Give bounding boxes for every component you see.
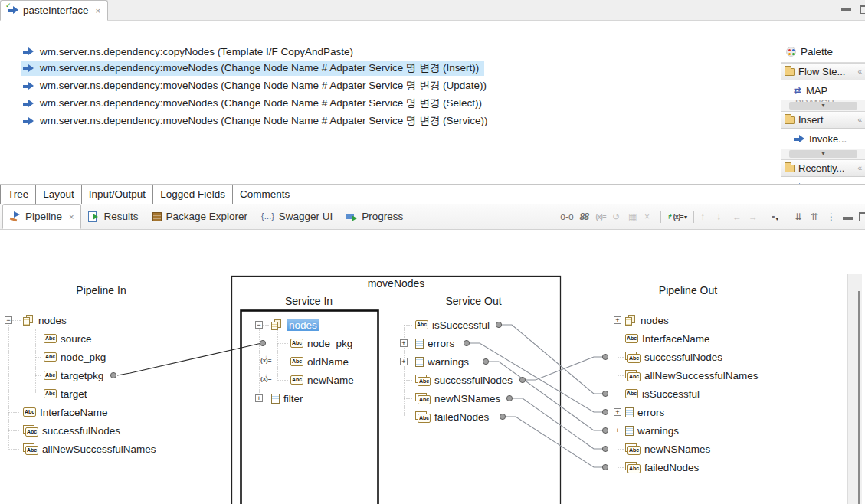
mode-tab-logged-fields[interactable]: Logged Fields bbox=[152, 185, 233, 205]
mapping-dot[interactable] bbox=[602, 427, 608, 433]
palette-overflow-row[interactable]: ▾ bbox=[781, 149, 865, 159]
mapping-dot[interactable] bbox=[602, 354, 608, 359]
mapping-dot[interactable] bbox=[496, 322, 501, 327]
tree-node-target[interactable]: Abctarget bbox=[44, 387, 87, 401]
tree-node-newnsnames[interactable]: AbcnewNSNames bbox=[625, 442, 710, 456]
mode-tab-comments[interactable]: Comments bbox=[232, 185, 297, 205]
tree-node-allnewsuccessfulnames[interactable]: AbcallNewSuccessfulNames bbox=[23, 442, 156, 456]
tree-node-issuccessful[interactable]: AbcisSuccessful bbox=[415, 318, 490, 332]
tree-node-filter[interactable]: filter bbox=[271, 391, 303, 405]
tree-node-errors[interactable]: errors bbox=[415, 336, 454, 350]
mapping-dot[interactable] bbox=[483, 358, 488, 364]
expand-expander-icon[interactable]: + bbox=[614, 408, 621, 416]
tree-node-node-pkg[interactable]: Abcnode_pkg bbox=[44, 350, 106, 364]
mapping-dot[interactable] bbox=[260, 340, 265, 345]
minimize-icon[interactable] bbox=[841, 8, 851, 11]
minimize-icon[interactable] bbox=[843, 217, 853, 220]
tree-node-failednodes[interactable]: AbcfailedNodes bbox=[415, 410, 489, 424]
tree-node-oldname[interactable]: AbcoldName bbox=[290, 355, 349, 368]
expand-expander-icon[interactable]: + bbox=[255, 394, 263, 402]
flow-step-row[interactable]: wm.server.ns.dependency:moveNodes (Chang… bbox=[21, 61, 484, 76]
palette-section-insert[interactable]: Insert« bbox=[781, 111, 865, 129]
mode-tab-layout[interactable]: Layout bbox=[35, 185, 82, 205]
tree-node-issuccessful[interactable]: AbcisSuccessful bbox=[625, 387, 700, 401]
expand-expander-icon[interactable]: + bbox=[400, 358, 408, 365]
mapping-dot[interactable] bbox=[602, 391, 608, 396]
tree-node-nodes[interactable]: nodes bbox=[23, 313, 67, 327]
tree-node-successfulnodes[interactable]: AbcsuccessfulNodes bbox=[415, 373, 513, 387]
mapping-dot[interactable] bbox=[602, 446, 608, 451]
mapping-dot[interactable] bbox=[602, 409, 608, 414]
tree-node-failednodes[interactable]: AbcfailedNodes bbox=[625, 460, 699, 474]
editor-tab-pasteinterface[interactable]: ✓ pasteInterface × bbox=[0, 0, 108, 21]
flow-step-row[interactable]: wm.server.ns.dependency:moveNodes (Chang… bbox=[21, 96, 487, 111]
palette-overflow-row[interactable]: BRANCH▾ bbox=[781, 100, 865, 111]
mode-tab-input-output[interactable]: Input/Output bbox=[81, 185, 153, 205]
palette-item-invoke[interactable]: Invoke... bbox=[781, 129, 865, 149]
scroll-down-icon[interactable]: ▾ bbox=[789, 102, 857, 110]
link-pipeline-icon[interactable]: o-o bbox=[560, 211, 573, 222]
tree-node-label: target bbox=[61, 388, 87, 400]
view-tab-pipeline[interactable]: Pipeline× bbox=[2, 204, 81, 229]
palette-section-flow-ste[interactable]: Flow Ste...« bbox=[781, 63, 865, 80]
maximize-icon[interactable] bbox=[859, 212, 865, 221]
mapping-dot[interactable] bbox=[602, 464, 608, 470]
scroll-down-icon[interactable]: ▾ bbox=[789, 150, 857, 158]
tree-node-nodes[interactable]: nodes bbox=[625, 313, 669, 327]
tree-node-targetpkg[interactable]: Abctargetpkg bbox=[44, 368, 103, 382]
mapping-line[interactable] bbox=[506, 417, 602, 467]
expand-expander-icon[interactable]: + bbox=[614, 427, 621, 434]
tree-node-source[interactable]: Abcsource bbox=[44, 332, 92, 345]
mapping-dot[interactable] bbox=[519, 377, 525, 382]
palette-section-recently[interactable]: Recently...« bbox=[781, 159, 865, 177]
scrollbar-thumb[interactable] bbox=[858, 291, 860, 504]
view-tab-swagger-ui[interactable]: {…}Swagger UI bbox=[254, 204, 339, 229]
tree-node-interfacename[interactable]: AbcInterfaceName bbox=[23, 405, 108, 419]
view-tab-progress[interactable]: Progress bbox=[339, 204, 410, 229]
set-value-icon[interactable]: ↱(x)=▾ bbox=[667, 213, 687, 221]
flow-step-row[interactable]: wm.server.ns.dependency:moveNodes (Chang… bbox=[21, 113, 493, 129]
mapping-line[interactable] bbox=[526, 357, 602, 380]
expand-all-icon[interactable]: ⇊ bbox=[795, 211, 804, 222]
tree-node-node-pkg[interactable]: Abcnode_pkg bbox=[290, 336, 352, 350]
tree-node-newname[interactable]: AbcnewName bbox=[290, 373, 354, 387]
tree-node-errors[interactable]: errors bbox=[625, 405, 664, 419]
view-tab-package-explorer[interactable]: Package Explorer bbox=[146, 204, 255, 229]
pipeline-icon bbox=[10, 211, 21, 221]
tree-node-successfulnodes[interactable]: AbcsuccessfulNodes bbox=[625, 350, 722, 364]
collapse-all-icon[interactable]: ⇈ bbox=[811, 211, 821, 222]
tree-node-successfulnodes[interactable]: AbcsuccessfulNodes bbox=[23, 424, 120, 437]
mapping-dot[interactable] bbox=[500, 414, 505, 419]
view-tab-results[interactable]: Results bbox=[81, 204, 145, 229]
collapse-expander-icon[interactable]: − bbox=[5, 316, 12, 324]
vertical-scrollbar[interactable] bbox=[847, 274, 862, 504]
maximize-icon[interactable] bbox=[860, 5, 865, 14]
tree-node-allnewsuccessfulnames[interactable]: AbcallNewSuccessfulNames bbox=[625, 368, 759, 382]
tree-node-interfacename[interactable]: AbcInterfaceName bbox=[625, 332, 710, 345]
flow-step-row[interactable]: wm.server.ns.dependency:moveNodes (Chang… bbox=[21, 78, 492, 93]
tree-node-warnings[interactable]: warnings bbox=[415, 355, 469, 368]
expand-expander-icon[interactable]: + bbox=[614, 316, 621, 324]
trace-icon[interactable]: 88 bbox=[580, 211, 590, 222]
tree-node-newnsnames[interactable]: AbcnewNSNames bbox=[415, 391, 500, 405]
tab-close-icon[interactable]: × bbox=[96, 6, 100, 15]
tab-close-icon[interactable]: × bbox=[69, 212, 74, 221]
expand-expander-icon[interactable]: + bbox=[400, 339, 408, 347]
tree-node-nodes[interactable]: nodes bbox=[271, 318, 319, 332]
flow-step-row[interactable]: wm.server.ns.dependency:copyNodes (Templ… bbox=[21, 44, 359, 59]
node-options-icon[interactable]: ▪▾ bbox=[772, 211, 781, 222]
view-menu-icon[interactable]: ⋮ bbox=[827, 211, 837, 222]
view-tab-label: Package Explorer bbox=[166, 211, 248, 222]
palette-item-map[interactable]: ⇄MAP bbox=[781, 80, 865, 100]
collapse-section-icon[interactable]: « bbox=[857, 164, 862, 172]
service-in-header: Service In bbox=[285, 295, 333, 307]
collapse-section-icon[interactable]: « bbox=[857, 67, 862, 76]
mapping-line[interactable] bbox=[489, 362, 602, 430]
collapse-expander-icon[interactable]: − bbox=[255, 321, 263, 329]
mapping-dot[interactable] bbox=[110, 372, 116, 378]
mapping-dot[interactable] bbox=[506, 395, 512, 401]
mapping-dot[interactable] bbox=[464, 340, 469, 345]
tree-node-warnings[interactable]: warnings bbox=[625, 424, 679, 437]
mode-tab-tree[interactable]: Tree bbox=[0, 185, 36, 205]
collapse-section-icon[interactable]: « bbox=[857, 116, 862, 124]
